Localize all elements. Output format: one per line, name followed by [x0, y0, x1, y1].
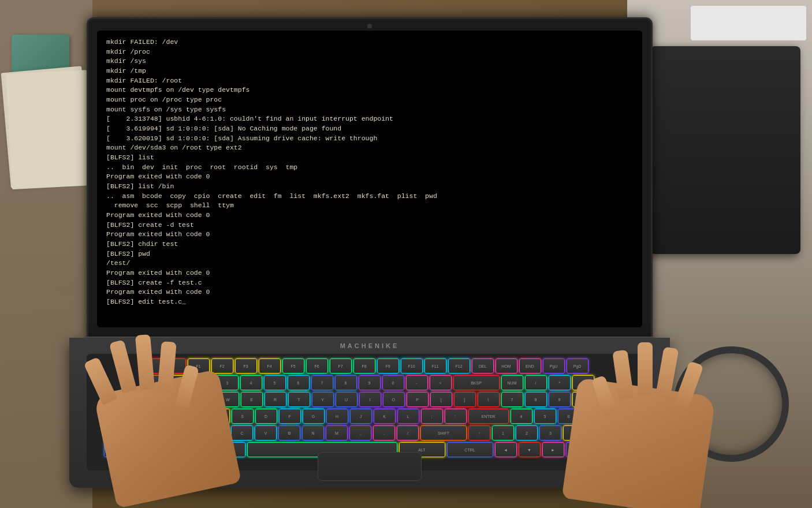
key-up[interactable]: ↑ [468, 425, 490, 440]
trackpad[interactable] [318, 452, 422, 481]
key-g[interactable]: G [303, 409, 325, 424]
key-num6[interactable]: 6 [558, 409, 580, 424]
key-c[interactable]: C [231, 425, 253, 440]
key-7[interactable]: 7 [311, 375, 333, 390]
key-n[interactable]: N [302, 425, 324, 440]
key-f2[interactable]: F2 [211, 358, 233, 373]
key-v[interactable]: V [255, 425, 277, 440]
key-num3[interactable]: 3 [539, 425, 561, 440]
key-right[interactable]: ► [542, 442, 564, 457]
key-backslash[interactable]: \ [478, 392, 500, 407]
key-slash[interactable]: / [397, 425, 419, 440]
key-lalt[interactable]: ALT [199, 442, 245, 457]
key-win[interactable]: WIN [176, 442, 198, 457]
key-lshift[interactable]: SHIFT [136, 425, 182, 440]
key-f6[interactable]: F6 [306, 358, 328, 373]
key-h[interactable]: H [326, 409, 348, 424]
key-rctrl[interactable]: CTRL [447, 442, 493, 457]
key-4[interactable]: 4 [240, 375, 262, 390]
key-f8[interactable]: F8 [353, 358, 375, 373]
key-rshift[interactable]: SHIFT [420, 425, 467, 440]
key-pgdn[interactable]: PgD [567, 358, 588, 373]
key-rbracket[interactable]: ] [454, 392, 476, 407]
key-a[interactable]: A [208, 409, 230, 424]
key-comma[interactable]: , [349, 425, 371, 440]
key-f3[interactable]: F3 [235, 358, 257, 373]
key-nummul[interactable]: * [549, 375, 571, 390]
key-down[interactable]: ▼ [519, 442, 541, 457]
key-f4[interactable]: F4 [259, 358, 281, 373]
key-e[interactable]: E [241, 392, 263, 407]
key-numdot[interactable]: . [614, 442, 636, 457]
key-z[interactable]: Z [184, 425, 206, 440]
key-k[interactable]: K [374, 409, 396, 424]
key-num1[interactable]: 1 [492, 425, 514, 440]
key-2[interactable]: 2 [193, 375, 215, 390]
key-p[interactable]: P [407, 392, 429, 407]
key-tab[interactable]: TAB [146, 392, 192, 407]
key-f12[interactable]: F12 [448, 358, 470, 373]
key-3[interactable]: 3 [217, 375, 239, 390]
key-s[interactable]: S [232, 409, 254, 424]
key-num8[interactable]: 8 [525, 392, 547, 407]
key-8[interactable]: 8 [335, 375, 357, 390]
key-j[interactable]: J [350, 409, 372, 424]
key-o[interactable]: O [383, 392, 405, 407]
key-home[interactable]: HOM [496, 358, 517, 373]
key-numminus[interactable]: - [572, 375, 594, 390]
key-f7[interactable]: F7 [330, 358, 352, 373]
key-f1[interactable]: F1 [188, 358, 210, 373]
key-del[interactable]: DEL [472, 358, 494, 373]
key-quote[interactable]: ' [445, 409, 467, 424]
key-end[interactable]: END [519, 358, 541, 373]
key-num[interactable]: NUM [501, 375, 523, 390]
key-equal[interactable]: = [430, 375, 452, 390]
key-q[interactable]: Q [193, 392, 215, 407]
key-r[interactable]: R [265, 392, 286, 407]
key-9[interactable]: 9 [359, 375, 381, 390]
key-backspace[interactable]: BKSP [453, 375, 500, 390]
key-numplus[interactable]: + [572, 392, 594, 407]
key-f[interactable]: F [279, 409, 301, 424]
key-l[interactable]: L [397, 409, 419, 424]
key-m[interactable]: M [326, 425, 348, 440]
key-i[interactable]: I [359, 392, 381, 407]
key-lbracket[interactable]: [ [430, 392, 452, 407]
key-f5[interactable]: F5 [282, 358, 304, 373]
key-backtick[interactable]: ` [146, 375, 167, 390]
key-num0[interactable]: 0 [566, 442, 612, 457]
key-y[interactable]: Y [312, 392, 334, 407]
key-pgup[interactable]: PgU [543, 358, 565, 373]
key-minus[interactable]: - [406, 375, 428, 390]
key-f10[interactable]: F10 [401, 358, 423, 373]
key-fn[interactable]: FN [152, 442, 174, 457]
key-x[interactable]: X [207, 425, 229, 440]
key-0[interactable]: 0 [382, 375, 404, 390]
key-6[interactable]: 6 [288, 375, 310, 390]
key-numenter[interactable]: ENT [563, 425, 604, 440]
key-w[interactable]: W [217, 392, 239, 407]
key-esc[interactable]: ESC [151, 358, 186, 373]
key-numdiv[interactable]: / [525, 375, 547, 390]
key-t[interactable]: T [288, 392, 310, 407]
key-row-asdf: CAPS A S D F G H J K L ; ' ENTER 4 5 6 [91, 409, 648, 424]
key-b[interactable]: B [278, 425, 300, 440]
key-d[interactable]: D [255, 409, 277, 424]
key-num2[interactable]: 2 [516, 425, 538, 440]
key-f9[interactable]: F9 [377, 358, 399, 373]
key-left[interactable]: ◄ [495, 442, 517, 457]
key-f11[interactable]: F11 [424, 358, 446, 373]
key-1[interactable]: 1 [169, 375, 191, 390]
key-enter[interactable]: ENTER [468, 409, 509, 424]
key-num7[interactable]: 7 [501, 392, 523, 407]
key-lctrl[interactable]: CTRL [104, 442, 150, 457]
key-u[interactable]: U [336, 392, 357, 407]
key-period[interactable]: . [373, 425, 395, 440]
key-num9[interactable]: 9 [549, 392, 571, 407]
key-row-numbers: ` 1 2 3 4 5 6 7 8 9 0 - = BKSP NUM / * - [91, 375, 648, 390]
key-num4[interactable]: 4 [511, 409, 532, 424]
key-caps[interactable]: CAPS [160, 409, 206, 424]
key-5[interactable]: 5 [264, 375, 286, 390]
key-semicolon[interactable]: ; [421, 409, 443, 424]
key-num5[interactable]: 5 [534, 409, 556, 424]
